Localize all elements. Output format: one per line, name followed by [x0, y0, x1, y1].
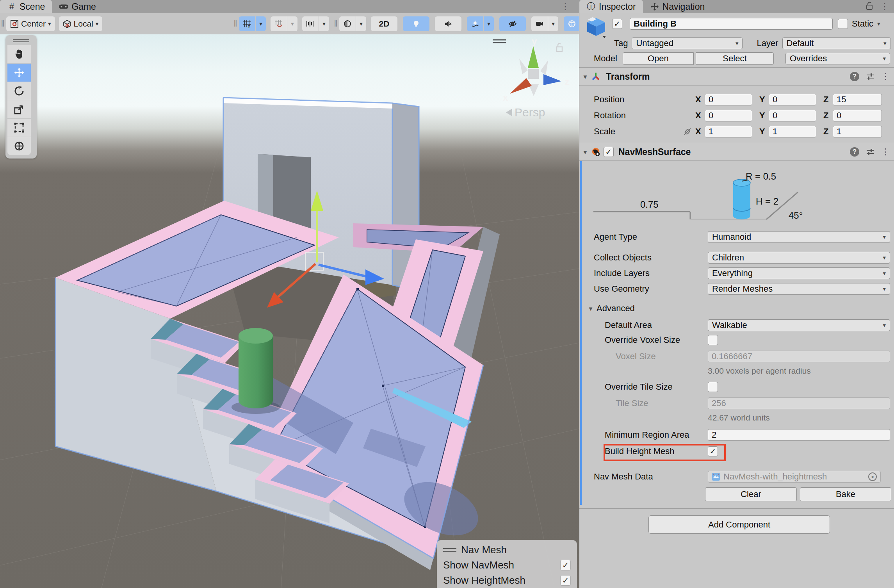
orientation-dropdown-icon: ▾ [96, 20, 99, 27]
add-component-button[interactable]: Add Component [648, 515, 830, 534]
override-voxel-checkbox[interactable] [708, 335, 718, 345]
scale-tool-button[interactable] [7, 100, 31, 118]
tab-inspector[interactable]: ⓘ Inspector [579, 0, 643, 13]
foldout-icon: ▼ [585, 305, 597, 312]
rotation-z-field[interactable]: 0 [833, 110, 882, 121]
model-select-button[interactable]: Select [696, 52, 774, 65]
rotation-x-field[interactable]: 0 [705, 110, 752, 121]
2d-toggle-button[interactable]: 2D [371, 16, 397, 31]
transform-tool-button[interactable] [7, 137, 31, 155]
scene-tabstrip: # Scene Game ⋮ [0, 0, 579, 13]
override-tile-checkbox[interactable] [708, 382, 718, 392]
layer-dropdown[interactable]: Default▾ [782, 37, 891, 49]
rect-tool-button[interactable] [7, 119, 31, 137]
cube-icon [63, 20, 71, 28]
component-menu-kebab-icon[interactable]: ⋮ [881, 147, 890, 157]
toolbar-handle-icon[interactable]: ‖ [233, 19, 238, 29]
snap-dropdown-icon[interactable]: ▾ [287, 16, 297, 31]
build-height-mesh-checkbox[interactable]: ✓ [708, 446, 718, 456]
lighting-toggle-button[interactable] [403, 16, 429, 31]
gameobject-active-checkbox[interactable]: ✓ [612, 19, 622, 29]
tab-game[interactable]: Game [52, 0, 103, 13]
min-region-field[interactable]: 2 [708, 429, 890, 441]
position-z-field[interactable]: 15 [833, 94, 882, 105]
measure-button[interactable] [302, 16, 319, 31]
move-tool-button[interactable] [7, 64, 31, 82]
gamepad-icon [59, 2, 68, 11]
shading-dropdown-icon[interactable]: ▾ [356, 16, 366, 31]
link-broken-icon[interactable] [683, 127, 692, 136]
navmeshsurface-enabled-checkbox[interactable]: ✓ [604, 147, 614, 157]
default-area-dropdown[interactable]: Walkable▾ [708, 319, 890, 331]
scene-menu-kebab-icon[interactable]: ⋮ [561, 2, 570, 12]
shading-mode-button[interactable] [339, 16, 356, 31]
prefab-icon[interactable] [585, 16, 607, 38]
presets-icon[interactable] [866, 72, 875, 81]
rotate-tool-button[interactable] [7, 82, 31, 100]
include-layers-row: Include Layers Everything▾ [594, 267, 890, 279]
cylinder-obstacle[interactable] [232, 328, 280, 414]
static-dropdown-icon[interactable]: ▾ [877, 20, 880, 27]
object-picker-icon[interactable]: ● [868, 472, 877, 481]
component-menu-kebab-icon[interactable]: ⋮ [881, 71, 890, 82]
scene-viewport[interactable]: y x z Persp [0, 34, 579, 588]
pivot-mode-button[interactable]: Center ▾ [6, 16, 55, 31]
agent-type-dropdown[interactable]: Humanoid▾ [708, 231, 890, 243]
show-navmesh-checkbox[interactable]: ✓ [560, 560, 571, 570]
help-icon[interactable]: ? [850, 147, 859, 157]
overrides-dropdown[interactable]: Overrides▾ [785, 53, 890, 64]
dropdown-arrow-icon: ▾ [883, 55, 886, 62]
nav-mesh-data-field[interactable]: NavMesh-with_heightmesh ● [708, 471, 881, 483]
model-open-button[interactable]: Open [623, 52, 694, 65]
audio-toggle-button[interactable] [435, 16, 461, 31]
tab-scene[interactable]: # Scene [0, 0, 52, 13]
camera-dropdown-icon[interactable]: ▾ [548, 16, 558, 31]
transform-header[interactable]: ▼ Transform ? ⋮ [579, 68, 894, 86]
orientation-button[interactable]: Local ▾ [59, 16, 103, 31]
show-heightmesh-checkbox[interactable]: ✓ [560, 575, 571, 586]
toolbar-handle-icon[interactable]: ‖ [333, 19, 338, 29]
foldout-icon[interactable]: ▼ [579, 73, 591, 80]
rotation-label: Rotation [594, 110, 695, 121]
camera-preview-button[interactable] [531, 16, 548, 31]
static-label: Static [852, 19, 873, 29]
gameobject-name-field[interactable]: Building B [630, 18, 833, 30]
orientation-label: Local [74, 19, 93, 29]
grid-dropdown-icon[interactable]: ▾ [256, 16, 266, 31]
overlay-drag-handle[interactable] [443, 548, 456, 552]
scale-x-field[interactable]: 1 [705, 126, 752, 137]
help-icon[interactable]: ? [850, 72, 859, 81]
grid-visibility-button[interactable]: Y [239, 16, 255, 31]
use-geometry-dropdown[interactable]: Render Meshes▾ [708, 283, 890, 295]
hand-tool-button[interactable] [7, 45, 31, 63]
scale-y-field[interactable]: 1 [769, 126, 816, 137]
scene-visibility-button[interactable] [499, 16, 526, 31]
gizmos-button[interactable] [564, 16, 580, 31]
include-layers-dropdown[interactable]: Everything▾ [708, 267, 890, 279]
effects-dropdown-icon[interactable]: ▾ [484, 16, 494, 31]
tab-navigation[interactable]: Navigation [643, 0, 712, 13]
presets-icon[interactable] [866, 147, 875, 157]
position-x-field[interactable]: 0 [705, 94, 752, 105]
foldout-icon[interactable]: ▼ [579, 149, 591, 155]
unlock-icon[interactable] [866, 1, 873, 12]
static-control[interactable]: Static ▾ [838, 19, 880, 29]
position-y-field[interactable]: 0 [769, 94, 816, 105]
inspector-menu-kebab-icon[interactable]: ⋮ [880, 2, 889, 12]
scale-z-field[interactable]: 1 [833, 126, 882, 137]
tool-palette [5, 35, 37, 159]
bake-button[interactable]: Bake [800, 487, 891, 501]
effects-button[interactable] [467, 16, 483, 31]
static-checkbox[interactable] [838, 19, 848, 29]
snap-increment-button[interactable] [271, 16, 287, 31]
collect-objects-dropdown[interactable]: Children▾ [708, 252, 890, 264]
grid-y-icon: Y [243, 20, 251, 28]
measure-dropdown-icon[interactable]: ▾ [319, 16, 329, 31]
rotation-y-field[interactable]: 0 [769, 110, 816, 121]
tag-dropdown[interactable]: Untagged▾ [632, 37, 743, 49]
palette-handle[interactable] [13, 37, 29, 44]
clear-button[interactable]: Clear [705, 487, 797, 501]
toolbar-handle-icon[interactable]: ‖ [0, 19, 5, 29]
navmeshsurface-header[interactable]: ▼ ✓ NavMeshSurface ? ⋮ [579, 143, 894, 161]
advanced-foldout[interactable]: ▼ Advanced [585, 303, 635, 314]
